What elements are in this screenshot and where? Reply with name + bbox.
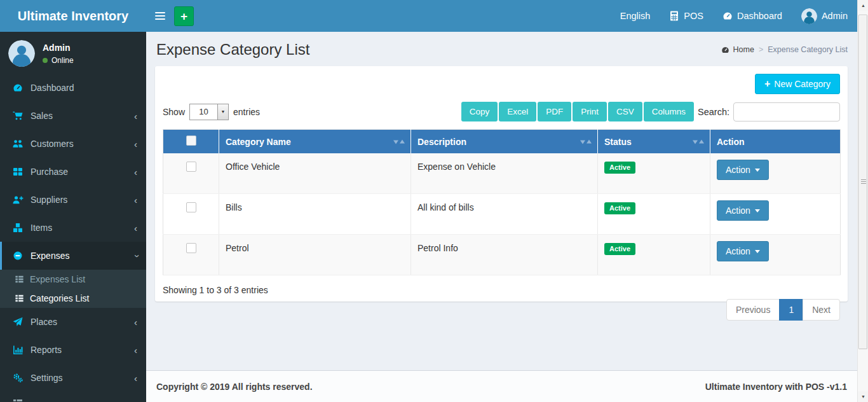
sidebar-item-customers[interactable]: Customers ‹ <box>0 130 146 158</box>
scroll-up-button[interactable]: ▲ <box>858 0 868 11</box>
sidebar-item-places[interactable]: Places ‹ <box>0 308 146 336</box>
sort-icon <box>580 137 592 146</box>
scroll-down-button[interactable]: ▼ <box>858 391 868 402</box>
page-title: Expense Category List <box>156 41 309 59</box>
plus-icon: + <box>180 10 187 22</box>
sidebar-item-label: Purchase <box>31 167 68 177</box>
copy-button[interactable]: Copy <box>461 102 498 121</box>
user-name: Admin <box>43 43 74 53</box>
breadcrumb-home-link[interactable]: Home <box>721 45 754 54</box>
page-footer: Copyright © 2019 All rights reserved. Ul… <box>146 370 857 402</box>
header-status[interactable]: Status <box>598 130 710 154</box>
row-checkbox[interactable] <box>186 202 196 212</box>
hamburger-icon[interactable] <box>146 0 174 32</box>
sidebar-item-settings[interactable]: Settings ‹ <box>0 364 146 392</box>
main-content: Expense Category List Home > Expense Cat… <box>146 32 857 370</box>
show-label: Show <box>163 107 185 117</box>
navbar-left: + <box>146 0 194 32</box>
breadcrumb-current: Expense Category List <box>768 45 848 54</box>
pagination-page-1[interactable]: 1 <box>779 299 803 321</box>
header-category-name[interactable]: Category Name <box>219 130 411 154</box>
row-checkbox[interactable] <box>186 162 196 172</box>
content-header: Expense Category List Home > Expense Cat… <box>146 32 857 65</box>
action-label: Action <box>726 246 750 256</box>
row-checkbox[interactable] <box>186 243 196 253</box>
page-length-select[interactable]: 10 ▼ <box>189 104 229 120</box>
row-action-button[interactable]: Action <box>717 241 769 261</box>
breadcrumb-home-label: Home <box>733 45 754 54</box>
cell-description: Petrol Info <box>411 235 598 275</box>
gauge-icon <box>722 11 733 21</box>
users-icon <box>11 139 24 149</box>
new-category-button[interactable]: + New Category <box>755 74 840 94</box>
user-avatar <box>8 40 35 67</box>
chevron-left-icon: ‹ <box>134 345 137 355</box>
gears-icon <box>11 373 24 383</box>
action-label: Action <box>726 205 750 216</box>
sidebar-menu-lower: Places ‹ Reports ‹ Settings ‹ <box>0 308 146 402</box>
select-all-checkbox[interactable] <box>186 135 196 146</box>
pagination-previous[interactable]: Previous <box>726 299 780 321</box>
sidebar-item-label: Sales <box>31 111 53 121</box>
status-badge: Active <box>604 202 635 214</box>
sidebar-item-label: Settings <box>31 373 63 383</box>
user-status: Online <box>43 56 74 65</box>
row-action-button[interactable]: Action <box>717 200 769 221</box>
pdf-button[interactable]: PDF <box>538 102 571 121</box>
list-icon <box>11 398 24 402</box>
nav-pos-label: POS <box>684 11 703 21</box>
bar-chart-icon <box>11 345 24 355</box>
header-description[interactable]: Description <box>411 130 598 154</box>
sidebar-item-partial[interactable] <box>0 392 146 402</box>
sidebar-item-reports[interactable]: Reports ‹ <box>0 336 146 364</box>
nav-pos[interactable]: POS <box>660 0 713 32</box>
caret-down-icon <box>755 169 760 174</box>
sidebar-item-dashboard[interactable]: Dashboard <box>0 74 146 102</box>
online-dot-icon <box>43 58 48 63</box>
sidebar-subitem-expenses-list[interactable]: Expenses List <box>0 270 146 289</box>
row-action-button[interactable]: Action <box>717 160 769 180</box>
expenses-submenu: Expenses List Categories List <box>0 270 146 308</box>
pagination-next[interactable]: Next <box>803 299 840 321</box>
new-category-label: New Category <box>774 79 831 89</box>
sidebar-subitem-categories-list[interactable]: Categories List <box>0 289 146 308</box>
calculator-icon <box>669 11 679 21</box>
nav-language[interactable]: English <box>611 0 660 32</box>
print-button[interactable]: Print <box>573 102 607 121</box>
quick-add-button[interactable]: + <box>174 6 194 26</box>
cell-category: Bills <box>219 194 411 235</box>
csv-button[interactable]: CSV <box>608 102 642 121</box>
header-label: Status <box>604 137 632 147</box>
export-button-group: Copy Excel PDF Print CSV Columns <box>461 102 695 121</box>
nav-dashboard[interactable]: Dashboard <box>713 0 792 32</box>
nav-user[interactable]: Admin <box>792 0 857 32</box>
list-icon <box>14 275 25 284</box>
sidebar-item-purchase[interactable]: Purchase ‹ <box>0 158 146 186</box>
brand-logo[interactable]: Ultimate Inventory <box>0 0 146 32</box>
plus-icon: + <box>764 79 770 89</box>
sidebar-menu: Dashboard Sales ‹ Customers ‹ Purchase ‹… <box>0 74 146 270</box>
gauge-icon <box>721 46 730 54</box>
sidebar-subitem-label: Expenses List <box>30 274 85 284</box>
cell-description: Expense on Vehicle <box>411 153 598 194</box>
table-row: Office Vehicle Expense on Vehicle Active… <box>163 153 841 194</box>
table-footer: Showing 1 to 3 of 3 entries Previous 1 N… <box>163 285 840 327</box>
columns-button[interactable]: Columns <box>644 102 694 121</box>
excel-button[interactable]: Excel <box>499 102 536 121</box>
scrollbar-thumb[interactable] <box>858 15 867 349</box>
chevron-left-icon: ‹ <box>134 195 137 205</box>
user-plus-icon <box>11 195 24 205</box>
select-all-header[interactable] <box>163 130 219 154</box>
sidebar-item-suppliers[interactable]: Suppliers ‹ <box>0 186 146 214</box>
chevron-down-icon: ‹ <box>131 254 140 258</box>
vertical-scrollbar[interactable]: ▲ ▼ <box>857 0 868 402</box>
sidebar-item-items[interactable]: Items ‹ <box>0 214 146 242</box>
chevron-left-icon: ‹ <box>134 373 137 383</box>
sidebar-item-sales[interactable]: Sales ‹ <box>0 102 146 130</box>
select-arrow-icon: ▼ <box>217 104 228 120</box>
search-input[interactable] <box>733 102 840 121</box>
sidebar-subitem-label: Categories List <box>30 293 89 303</box>
sidebar-item-expenses[interactable]: Expenses ‹ <box>0 242 146 270</box>
header-label: Action <box>717 137 745 147</box>
cubes-icon <box>11 223 24 233</box>
